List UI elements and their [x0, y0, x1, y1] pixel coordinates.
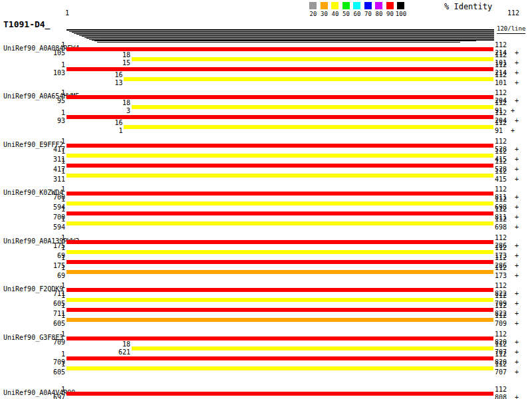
legend-swatch-80: [375, 2, 382, 9]
query-start-label: 1: [39, 216, 65, 223]
query-end-label: 112: [495, 361, 507, 368]
query-start-label: 1: [39, 42, 65, 49]
query-start-label: 16: [96, 120, 122, 126]
hit-start-label: 709: [39, 339, 65, 346]
hit-start-label: 605: [39, 369, 65, 376]
query-start-label: 1: [39, 245, 65, 251]
query-end-label: 112: [495, 148, 507, 155]
hit-start-label: 605: [39, 321, 65, 327]
hit-start-label: 621: [104, 349, 130, 356]
alignment-bar[interactable]: [132, 105, 493, 109]
alignment-bar[interactable]: [66, 270, 493, 274]
legend-swatch-60: [353, 2, 360, 9]
alignment-bar[interactable]: [66, 240, 493, 244]
query-start-label: 1: [39, 265, 65, 271]
alignment-bar[interactable]: [124, 77, 493, 81]
alignment-bar[interactable]: [66, 201, 493, 205]
query-end-label: 112: [495, 52, 507, 59]
hit-start-label: 3: [104, 108, 130, 114]
hit-start-label: 95: [39, 98, 65, 104]
legend-swatch-40: [331, 2, 338, 9]
query-end-label: 112: [495, 42, 507, 49]
alignment-bar[interactable]: [66, 392, 493, 396]
hit-start-label: 594: [39, 224, 65, 231]
query-start-label: 1: [39, 186, 65, 193]
hit-end-label: 173 +: [495, 273, 519, 279]
legend-swatch-50: [342, 2, 350, 9]
query-end-label: 112: [495, 283, 507, 289]
alignment-bar[interactable]: [66, 192, 493, 196]
query-end-label: 112: [495, 90, 507, 96]
query-end-label: 112: [495, 331, 507, 338]
query-start-label: 1: [39, 235, 65, 241]
query-start-label: 18: [104, 52, 130, 59]
alignment-bar[interactable]: [66, 221, 493, 225]
alignment-bar[interactable]: [66, 174, 493, 178]
alignment-bar[interactable]: [66, 366, 493, 370]
query-start-label: 1: [39, 331, 65, 338]
alignment-bar[interactable]: [66, 318, 493, 322]
hit-end-label: 707 +: [495, 369, 519, 376]
query-end-label: 112: [495, 138, 507, 145]
hit-start-label: 13: [96, 80, 122, 86]
query-end-label: 112: [495, 351, 507, 358]
hit-start-label: 1: [96, 128, 122, 134]
alignment-bar[interactable]: [124, 125, 493, 129]
legend-bin-label: 100: [394, 11, 408, 17]
alignment-bar[interactable]: [66, 298, 493, 302]
query-start-label: 18: [104, 100, 130, 106]
query-start-label: 1: [39, 158, 65, 165]
hit-start-label: 93: [39, 118, 65, 124]
hit-end-label: 415 +: [495, 176, 519, 183]
alignment-bar[interactable]: [66, 260, 493, 264]
hit-start-label: 103: [39, 70, 65, 76]
alignment-bar[interactable]: [132, 57, 493, 61]
query-start-coordinate: 1: [65, 9, 69, 17]
query-end-label: 112: [495, 245, 507, 251]
query-start-label: 1: [39, 313, 65, 319]
query-start-label: 16: [96, 72, 122, 78]
alignment-bar[interactable]: [66, 47, 493, 51]
query-end-label: 112: [495, 168, 507, 175]
query-end-label: 112: [495, 100, 507, 106]
query-end-label: 112: [495, 120, 507, 126]
query-start-label: 18: [104, 341, 130, 348]
hit-end-label: 808 +: [495, 394, 519, 399]
legend-swatch-70: [364, 2, 372, 9]
query-start-label: 1: [39, 196, 65, 203]
query-start-label: 1: [39, 62, 65, 68]
query-end-label: 112: [495, 196, 507, 203]
query-end-label: 112: [495, 206, 507, 213]
alignment-bar[interactable]: [66, 164, 493, 168]
hit-end-label: 101 +: [495, 80, 519, 86]
alignment-bar[interactable]: [66, 288, 493, 292]
residues-per-line-label: 120/line: [497, 25, 525, 34]
query-start-label: 1: [39, 90, 65, 96]
alignment-bar[interactable]: [66, 115, 493, 119]
hit-end-label: 91 +: [495, 128, 515, 134]
alignment-bar[interactable]: [66, 67, 493, 71]
query-start-label: 1: [39, 148, 65, 155]
alignment-bar[interactable]: [66, 95, 493, 99]
query-end-label: 112: [495, 235, 507, 241]
alignment-bar[interactable]: [66, 154, 493, 158]
hit-start-label: 697: [39, 394, 65, 399]
query-end-coordinate: 112: [507, 9, 519, 17]
query-end-label: 112: [495, 341, 507, 348]
alignment-bar[interactable]: [66, 211, 493, 215]
hit-start-label: 69: [39, 273, 65, 279]
hit-start-label: 105: [39, 50, 65, 57]
hit-start-label: 15: [104, 60, 130, 66]
alignment-bar[interactable]: [66, 336, 493, 340]
alignment-bar[interactable]: [132, 346, 493, 350]
query-end-label: 112: [495, 158, 507, 165]
alignment-bar[interactable]: [66, 356, 493, 360]
query-start-label: 1: [39, 351, 65, 358]
query-start-label: 1: [39, 138, 65, 145]
query-start-label: 1: [39, 283, 65, 289]
legend-swatch-90: [386, 2, 394, 9]
alignment-bar[interactable]: [66, 144, 493, 148]
alignment-bar[interactable]: [66, 250, 493, 254]
alignment-bar[interactable]: [66, 308, 493, 312]
query-end-label: 112: [495, 216, 507, 223]
